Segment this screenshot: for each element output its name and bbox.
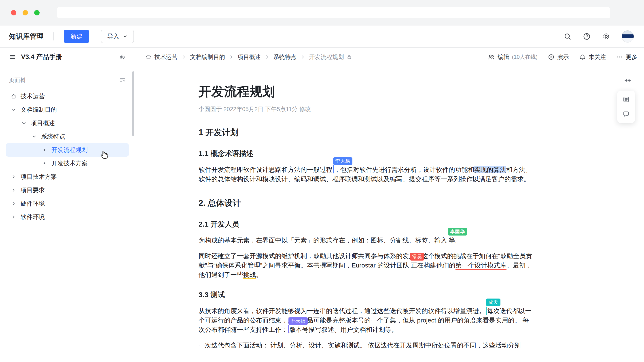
breadcrumb-item[interactable]: 文档编制目的 [190, 53, 225, 61]
text-run: 从技术的角度来看，软件开发能够视为一连串的迭代过程，通过这些迭代被开发的软件得以… [198, 307, 486, 314]
bullet-icon [41, 149, 48, 151]
breadcrumb-separator-icon [300, 55, 305, 59]
sidebar-header: V3.4 产品手册 [0, 48, 134, 66]
breadcrumb-label: 文档编制目的 [190, 53, 225, 61]
breadcrumb-separator-icon [229, 55, 234, 59]
bell-icon [579, 54, 586, 60]
text-run: 一次迭代包含下面活动： 计划、分析、设计、实施和测试。 依据迭代在开发周期中所处… [198, 342, 521, 349]
doc-blocks: 1 开发计划1.1 概念术语描述软件开发流程即软件设计思路和方法的一般过程李大易… [198, 127, 560, 350]
search-icon[interactable] [564, 32, 572, 40]
tree-item[interactable]: 项目要求 [6, 183, 129, 197]
collab-caret: 成天 [486, 307, 486, 315]
new-button-label: 新建 [70, 32, 82, 40]
chevron-right-icon[interactable] [10, 214, 17, 220]
settings-gear-icon[interactable] [602, 32, 610, 41]
tree-item[interactable]: 技术运营 [6, 90, 129, 103]
collaborator-label: 李国华 [448, 228, 467, 236]
pagetree-header: 页面树 [0, 76, 134, 84]
paragraph: 从技术的角度来看，软件开发能够视为一连串的迭代过程，通过这些迭代被开发的软件得以… [198, 306, 533, 334]
breadcrumb-item[interactable]: 系统特点 [273, 53, 296, 61]
chevron-down-icon[interactable] [31, 134, 38, 139]
chevron-right-icon[interactable] [10, 201, 17, 206]
present-label: 演示 [557, 53, 569, 61]
home-icon [10, 93, 17, 99]
chevron-down-icon [123, 34, 128, 39]
import-button[interactable]: 导入 [101, 30, 134, 43]
breadcrumb-label: 系统特点 [273, 53, 296, 61]
more-button[interactable]: 更多 [616, 53, 637, 61]
chevron-down-icon[interactable] [10, 107, 17, 112]
help-icon[interactable] [583, 32, 591, 40]
content-area: V3.4 产品手册 页面树 技术运营文档编制目的项目概述系统特点开发流程规划开发… [0, 48, 644, 362]
user-avatar[interactable] [622, 30, 634, 42]
hamburger-menu-icon[interactable] [9, 53, 16, 60]
section-heading: 2.1 开发人员 [198, 219, 560, 229]
tree-item[interactable]: 项目技术方案 [6, 170, 129, 183]
breadcrumb-label: 技术运营 [154, 53, 178, 61]
browser-address-bar[interactable] [57, 7, 610, 18]
window-minimize-button[interactable] [22, 10, 28, 15]
follow-label: 未关注 [588, 53, 606, 61]
new-button[interactable]: 新建 [64, 30, 89, 43]
window-titlebar [0, 0, 644, 25]
play-icon [548, 54, 554, 60]
chevron-right-icon[interactable] [10, 187, 17, 193]
text-run: 为构成的基本元素，在界面中以「元素」的形式存在，例如：图标、分割线、标签、输入 [198, 237, 447, 244]
last-modified-meta: 李圆圆于 2022年05月2日 下午5点11分 修改 [198, 105, 560, 113]
collaborators-icon [488, 53, 495, 60]
present-button[interactable]: 演示 [548, 53, 569, 61]
more-label: 更多 [626, 53, 637, 61]
text-run: 正在构建他们的 [411, 262, 456, 269]
breadcrumb-item[interactable]: 项目概述 [238, 53, 261, 61]
comments-icon[interactable] [620, 108, 632, 121]
tree-item-label: 软件环境 [20, 213, 45, 221]
page-tree: 技术运营文档编制目的项目概述系统特点开发流程规划开发技术方案项目技术方案项目要求… [0, 90, 134, 224]
collab-caret: 常昊 [410, 261, 410, 269]
window-zoom-button[interactable] [34, 10, 40, 15]
tree-item[interactable]: 文档编制目的 [6, 103, 129, 116]
header-divider [54, 32, 54, 40]
collab-caret: 李大易 [333, 165, 334, 173]
edit-mode-button[interactable]: 编辑 (10人在线) [488, 53, 538, 61]
window-close-button[interactable] [11, 10, 16, 15]
tree-item[interactable]: 软件环境 [6, 210, 129, 224]
home-icon [145, 54, 152, 60]
tree-item[interactable]: 系统特点 [6, 130, 129, 143]
tree-item-label: 项目要求 [20, 186, 45, 194]
bullet-icon [41, 162, 48, 164]
workspace-title: V3.4 产品手册 [21, 52, 62, 61]
tree-sort-icon[interactable] [120, 77, 126, 83]
collaborator-label: 成天 [486, 299, 500, 306]
outline-icon[interactable] [620, 93, 632, 106]
sidebar-scrollbar[interactable] [132, 71, 134, 136]
follow-button[interactable]: 未关注 [579, 53, 606, 61]
breadcrumb-separator-icon [182, 55, 186, 59]
breadcrumb-item[interactable]: 技术运营 [145, 53, 178, 61]
underline-red-text: 第一个设计模式库 [456, 262, 506, 270]
paragraph: 一次迭代包含下面活动： 计划、分析、设计、实施和测试。 依据迭代在开发周期中所处… [198, 341, 533, 350]
tree-item-label: 系统特点 [41, 132, 65, 141]
underline-yellow-text: 挑战 [243, 271, 256, 279]
paragraph: 为构成的基本元素，在界面中以「元素」的形式存在，例如：图标、分割线、标签、输入李… [198, 236, 533, 245]
collaborator-label: 李大易 [333, 157, 352, 165]
main-panel: 技术运营文档编制目的项目概述系统特点开发流程规划 编辑 (10人在线) 演示 [135, 48, 644, 362]
workspace-settings-icon[interactable] [119, 54, 126, 60]
tree-item[interactable]: 项目概述 [6, 116, 129, 130]
tree-item-label: 开发技术方案 [52, 159, 88, 167]
breadcrumb-label: 开发流程规划 [309, 53, 344, 61]
collaborator-label: 常昊 [410, 253, 424, 261]
tree-item[interactable]: 开发技术方案 [6, 157, 129, 170]
section-heading: 1.1 概念术语描述 [198, 149, 560, 159]
more-dots-icon [616, 54, 623, 60]
selection-text: 实现的算法 [474, 166, 506, 173]
online-count: (10人在线) [512, 53, 538, 60]
breadcrumb-bar: 技术运营文档编制目的项目概述系统特点开发流程规划 编辑 (10人在线) 演示 [135, 48, 644, 66]
collapse-panel-icon[interactable] [624, 77, 632, 84]
pagetree-label: 页面树 [9, 76, 26, 84]
chevron-down-icon[interactable] [20, 120, 27, 126]
page-actions: 编辑 (10人在线) 演示 未关注 [488, 53, 637, 61]
chevron-right-icon[interactable] [10, 174, 17, 179]
tree-item[interactable]: 硬件环境 [6, 197, 129, 210]
collab-caret: 孙天扬 [288, 325, 289, 334]
tree-item[interactable]: 开发流程规划 [6, 143, 129, 157]
